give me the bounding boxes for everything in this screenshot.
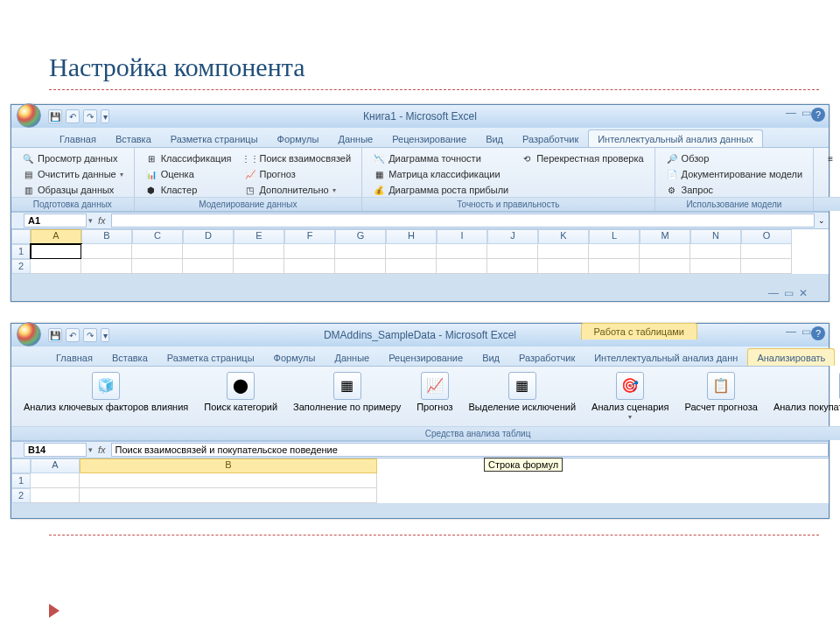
- forecast-button[interactable]: 📈Прогноз: [241, 167, 355, 181]
- tab-data[interactable]: Данные: [328, 130, 382, 147]
- col-header-E[interactable]: E: [234, 229, 284, 244]
- formula-bar[interactable]: [111, 214, 815, 228]
- save-icon[interactable]: 💾: [48, 109, 62, 123]
- name-box[interactable]: A1: [24, 214, 87, 228]
- formula-bar[interactable]: Поиск взаимосвязей и покупательское пове…: [111, 443, 829, 457]
- tab-formulas[interactable]: Формулы: [268, 130, 329, 147]
- minimize-icon[interactable]: —: [786, 107, 796, 119]
- fill-from-example-button[interactable]: ▦Заполнение по примеру: [288, 370, 406, 426]
- row-header-1[interactable]: 1: [11, 473, 31, 488]
- highlight-exceptions-button[interactable]: ▦Выделение исключений: [463, 370, 581, 426]
- cell[interactable]: [335, 259, 386, 274]
- classify-button[interactable]: ⊞Классификация: [142, 151, 235, 165]
- profit-chart-button[interactable]: 💰Диаграмма роста прибыли: [369, 183, 512, 197]
- cell[interactable]: [31, 259, 81, 274]
- tab-home[interactable]: Главная: [46, 348, 102, 366]
- redo-icon[interactable]: ↷: [83, 109, 97, 123]
- undo-icon[interactable]: ↶: [66, 328, 80, 342]
- tab-data[interactable]: Данные: [325, 348, 379, 366]
- cell[interactable]: [284, 244, 335, 259]
- col-header-L[interactable]: L: [589, 229, 640, 244]
- cell[interactable]: [386, 259, 437, 274]
- cell[interactable]: [80, 473, 377, 488]
- tab-developer[interactable]: Разработчик: [513, 130, 588, 147]
- col-header-G[interactable]: G: [335, 229, 386, 244]
- col-header-B[interactable]: B: [81, 229, 132, 244]
- tab-insert[interactable]: Вставка: [106, 130, 161, 147]
- fx-icon[interactable]: fx: [98, 444, 106, 455]
- cell[interactable]: [183, 244, 234, 259]
- col-header-C[interactable]: C: [132, 229, 183, 244]
- class-matrix-button[interactable]: ▦Матрица классификации: [369, 167, 512, 181]
- cell[interactable]: [487, 244, 538, 259]
- advanced-button[interactable]: ◳Дополнительно: [241, 183, 355, 197]
- cell[interactable]: [335, 244, 386, 259]
- cell[interactable]: [80, 488, 377, 503]
- cell[interactable]: [690, 259, 741, 274]
- office-button[interactable]: [17, 322, 41, 346]
- cross-validation-button[interactable]: ⟲Перекрестная проверка: [517, 151, 647, 165]
- prediction-calculator-button[interactable]: 📋Расчет прогноза: [679, 370, 762, 426]
- qat-dropdown-icon[interactable]: ▾: [101, 328, 109, 342]
- forecast-button[interactable]: 📈Прогноз: [411, 370, 458, 426]
- cell[interactable]: [81, 244, 132, 259]
- expand-formula-icon[interactable]: ⌄: [818, 216, 825, 225]
- tab-analyze[interactable]: Анализировать: [747, 348, 835, 366]
- col-header-J[interactable]: J: [487, 229, 538, 244]
- cell[interactable]: [81, 259, 132, 274]
- namebox-dropdown-icon[interactable]: ▾: [88, 445, 93, 454]
- minimize-icon[interactable]: —: [786, 326, 796, 338]
- cell[interactable]: [437, 259, 487, 274]
- col-header-M[interactable]: M: [640, 229, 690, 244]
- cell[interactable]: [690, 244, 741, 259]
- cell[interactable]: [640, 259, 690, 274]
- tab-datamining[interactable]: Интеллектуальный анализ данн: [584, 348, 747, 366]
- col-header-I[interactable]: I: [437, 229, 487, 244]
- namebox-dropdown-icon[interactable]: ▾: [88, 216, 93, 225]
- tab-pagelayout[interactable]: Разметка страницы: [158, 348, 264, 366]
- doc-minimize-icon[interactable]: —: [768, 287, 779, 299]
- col-header-N[interactable]: N: [690, 229, 741, 244]
- cell[interactable]: [234, 259, 284, 274]
- cell-A1[interactable]: [31, 244, 81, 259]
- redo-icon[interactable]: ↷: [83, 328, 97, 342]
- col-header-H[interactable]: H: [386, 229, 437, 244]
- cell[interactable]: [31, 488, 80, 503]
- help-icon[interactable]: ?: [811, 326, 825, 340]
- tab-home[interactable]: Главная: [50, 130, 106, 147]
- select-all-corner[interactable]: [11, 229, 31, 244]
- doc-close-icon[interactable]: ✕: [799, 287, 808, 299]
- tab-review[interactable]: Рецензирование: [379, 348, 472, 366]
- col-header-A[interactable]: A: [31, 229, 81, 244]
- cluster-button[interactable]: ⬢Кластер: [142, 183, 235, 197]
- tab-design[interactable]: Конструктор: [835, 348, 840, 366]
- cell[interactable]: [386, 244, 437, 259]
- col-header-O[interactable]: O: [741, 229, 792, 244]
- clean-data-button[interactable]: ▤Очистить данные: [18, 167, 127, 181]
- save-icon[interactable]: 💾: [48, 328, 62, 342]
- cell[interactable]: [132, 244, 183, 259]
- cell[interactable]: [284, 259, 335, 274]
- scenario-analysis-button[interactable]: 🎯Анализ сценария: [586, 370, 674, 426]
- cell[interactable]: [437, 244, 487, 259]
- col-header-B[interactable]: B: [80, 458, 377, 473]
- cell[interactable]: [741, 259, 792, 274]
- row-header-2[interactable]: 2: [11, 488, 31, 503]
- select-all-corner[interactable]: [11, 458, 31, 473]
- tab-pagelayout[interactable]: Разметка страницы: [161, 130, 268, 147]
- restore-icon[interactable]: ▭: [802, 326, 811, 338]
- manage-models-button[interactable]: ≡Управление: [821, 151, 840, 165]
- cell[interactable]: [31, 473, 80, 488]
- cell[interactable]: [640, 244, 690, 259]
- tab-datamining[interactable]: Интеллектуальный анализ данных: [588, 130, 763, 147]
- name-box[interactable]: B14: [24, 443, 87, 457]
- cell[interactable]: [741, 244, 792, 259]
- accuracy-chart-button[interactable]: 📉Диаграмма точности: [369, 151, 512, 165]
- cell[interactable]: [538, 259, 589, 274]
- col-header-D[interactable]: D: [183, 229, 234, 244]
- row-header-1[interactable]: 1: [11, 244, 31, 259]
- cell[interactable]: [132, 259, 183, 274]
- cell[interactable]: [589, 259, 640, 274]
- estimate-button[interactable]: 📊Оценка: [142, 167, 235, 181]
- slide-nav-icon[interactable]: [49, 604, 60, 618]
